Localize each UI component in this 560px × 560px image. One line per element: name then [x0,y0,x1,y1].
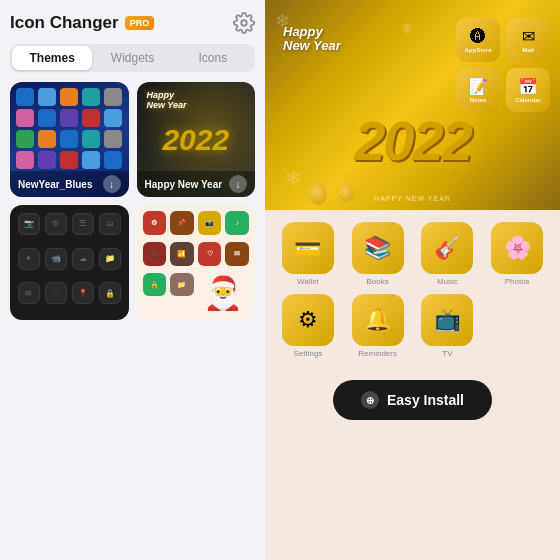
svg-point-0 [241,20,247,26]
happy-new-year-text: HappyNew Year [283,25,363,54]
theme-card-dark[interactable]: 📷 ⚙ ☰ 🗂 ✦ 📹 ☁ 📁 ✉ ♡ 📍 🔒 [10,205,129,320]
easy-install-button[interactable]: ⊕ Easy Install [333,380,492,420]
tab-themes[interactable]: Themes [12,46,92,70]
themes-grid: NewYear_Blues ↓ HappyNew Year 2022 Happy… [10,82,255,320]
app-icon-calendar[interactable]: 📅 Calendar [506,68,550,112]
tab-widgets[interactable]: Widgets [92,46,172,70]
top-right-apps: 🅐 AppStore ✉ Mail 📝 Notes 📅 Calendar [456,18,550,112]
easy-install-label: Easy Install [387,392,464,408]
phone-bottom-area: 💳 Wallet 📚 Books 🎸 Music 🌸 Photos [265,210,560,430]
gear-icon[interactable] [233,12,255,34]
photos-icon-box: 🌸 [491,222,543,274]
tab-icons[interactable]: Icons [173,46,253,70]
pro-badge: PRO [125,16,155,30]
snowflake-4: ❄ [401,20,413,36]
bottom-app-music[interactable]: 🎸 Music [417,222,479,286]
bottom-app-reminders[interactable]: 🔔 Reminders [347,294,409,358]
theme-label-blues: NewYear_Blues ↓ [10,171,129,197]
app-icon-appstore[interactable]: 🅐 AppStore [456,18,500,62]
bottom-app-wallet[interactable]: 💳 Wallet [277,222,339,286]
year-2022: 2022 [354,108,471,173]
bottom-app-photos[interactable]: 🌸 Photos [486,222,548,286]
theme-label-hny: Happy New Year ↓ [137,171,256,197]
snowflake-3: ❄ [285,166,302,190]
theme-card-xmas[interactable]: ⚙ 📌 📷 ♪ 📞 📶 ♡ ✉ 🔒 📁 🎅 [137,205,256,320]
theme-card-newyear-blues[interactable]: NewYear_Blues ↓ [10,82,129,197]
download-blues-btn[interactable]: ↓ [103,175,121,193]
happy-text: HappyNew Year [283,25,363,54]
year-number-large: 2022 [323,100,503,180]
wallet-label: Wallet [297,277,319,286]
easy-install-wrapper: ⊕ Easy Install [277,366,548,420]
gold-top-area: ❄ ❄ ❄ ❄ HappyNew Year 🅐 AppStore ✉ Mail … [265,0,560,210]
bottom-app-tv[interactable]: 📺 TV [417,294,479,358]
balloon-2 [339,184,354,202]
app-title: Icon Changer [10,13,119,33]
header-left: Icon Changer PRO [10,13,154,33]
download-hny-btn[interactable]: ↓ [229,175,247,193]
settings-label: Settings [293,349,322,358]
settings-icon-box: ⚙ [282,294,334,346]
bottom-app-empty [486,294,548,358]
install-icon: ⊕ [361,391,379,409]
tabs-bar: Themes Widgets Icons [10,44,255,72]
bottom-app-settings[interactable]: ⚙ Settings [277,294,339,358]
app-row-2: ⚙ Settings 🔔 Reminders 📺 TV [277,294,548,358]
app-row-1: 💳 Wallet 📚 Books 🎸 Music 🌸 Photos [277,222,548,286]
wallet-icon-box: 💳 [282,222,334,274]
app-icon-mail[interactable]: ✉ Mail [506,18,550,62]
reminders-label: Reminders [358,349,397,358]
music-label: Music [437,277,458,286]
tv-icon-box: 📺 [421,294,473,346]
tv-label: TV [442,349,452,358]
right-panel: ❄ ❄ ❄ ❄ HappyNew Year 🅐 AppStore ✉ Mail … [265,0,560,560]
bottom-app-books[interactable]: 📚 Books [347,222,409,286]
books-label: Books [367,277,389,286]
theme-card-hny[interactable]: HappyNew Year 2022 Happy New Year ↓ [137,82,256,197]
app-header: Icon Changer PRO [10,12,255,34]
left-panel: Icon Changer PRO Themes Widgets Icons [0,0,265,560]
phone-preview: ❄ ❄ ❄ ❄ HappyNew Year 🅐 AppStore ✉ Mail … [265,0,560,560]
music-icon-box: 🎸 [421,222,473,274]
photos-label: Photos [505,277,530,286]
books-icon-box: 📚 [352,222,404,274]
happy-new-year-subtitle: HAPPY NEW YEAR [374,195,451,202]
reminders-icon-box: 🔔 [352,294,404,346]
balloon-1 [309,183,327,205]
